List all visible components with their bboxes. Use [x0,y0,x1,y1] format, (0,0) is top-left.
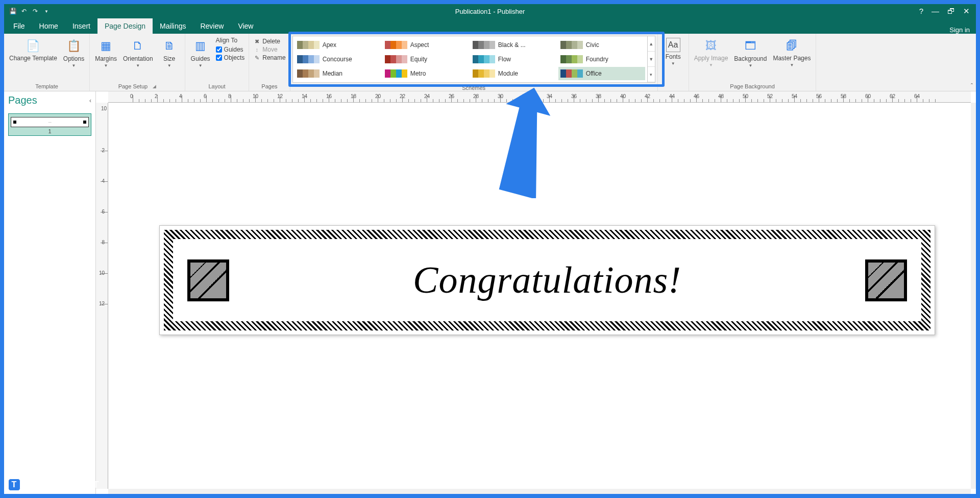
guides-checkbox[interactable] [216,46,222,53]
scheme-item-concourse[interactable]: Concourse [295,53,382,66]
scheme-item-aspect[interactable]: Aspect [383,38,470,52]
scheme-item-metro[interactable]: Metro [383,67,470,80]
scheme-item-black[interactable]: Black & ... [471,38,557,52]
scrollbar-horizontal[interactable] [108,489,971,494]
gallery-scroll-down[interactable]: ▼ [648,52,655,67]
guides-button[interactable]: ▥ Guides ▼ [187,36,214,70]
page-setup-dialog-launcher[interactable]: ◢ [153,84,156,89]
size-button[interactable]: 🗎 Size ▼ [156,36,183,70]
guides-icon: ▥ [192,38,209,54]
chevron-down-icon: ▼ [136,63,140,68]
change-template-label: Change Template [9,55,57,62]
scheme-item-office[interactable]: Office [558,67,645,80]
ornament-right [865,259,907,301]
horizontal-ruler[interactable]: 0246810121416182022242628303234363840424… [108,91,971,103]
tab-review[interactable]: Review [193,18,231,34]
size-label: Size [163,55,175,62]
scheme-label: Black & ... [498,41,526,49]
orientation-button[interactable]: 🗋 Orientation ▼ [120,36,156,70]
group-label-schemes: Schemes [290,85,657,91]
apply-image-button[interactable]: 🖼 Apply Image ▼ [691,36,731,69]
scheme-item-foundry[interactable]: Foundry [558,53,645,66]
group-page-setup: ▦ Margins ▼ 🗋 Orientation ▼ 🗎 Size ▼ Pag… [90,34,185,91]
scheme-label: Foundry [586,56,608,63]
background-button[interactable]: 🗔 Background ▼ [731,36,770,70]
move-page-button[interactable]: ↕Move [253,46,285,53]
publication-page[interactable]: Congratulations! [159,225,935,335]
scheme-item-module[interactable]: Module [471,67,557,80]
tab-file[interactable]: File [6,18,32,34]
help-icon[interactable]: ? [919,7,923,16]
sign-in-link[interactable]: Sign in [949,26,976,34]
scheme-item-equity[interactable]: Equity [383,53,470,66]
chevron-down-icon: ▼ [748,63,752,68]
scheme-item-apex[interactable]: Apex [295,38,382,52]
options-button[interactable]: 📋 Options ▼ [60,36,87,70]
close-button[interactable]: ✕ [963,7,970,16]
canvas-area: 0246810121416182022242628303234363840424… [96,91,976,494]
undo-icon[interactable]: ↶ [19,7,29,16]
align-to-label: Align To [216,37,245,44]
page-thumb-number: 1 [11,128,89,134]
change-template-button[interactable]: 📄 Change Template [6,36,60,64]
scheme-label: Equity [410,56,427,63]
fonts-button[interactable]: Aa Fonts ▼ [660,36,687,68]
chevron-down-icon: ▼ [167,63,172,68]
pages-panel-title: Pages [8,94,37,106]
group-label-layout: Layout [185,82,249,91]
banner-text: Congratulations! [413,258,681,302]
minimize-button[interactable]: — [932,7,939,16]
ribbon: 📄 Change Template 📋 Options ▼ Template ▦… [4,34,976,91]
objects-checkbox-label: Objects [224,54,245,61]
watermark: T TEMPLATE.NET [8,479,100,491]
qat-customize-icon[interactable]: ▼ [42,7,51,16]
scrollbar-vertical[interactable] [971,103,976,489]
restore-button[interactable]: 🗗 [947,7,955,16]
page-thumbnail[interactable]: ~~~ 1 [8,113,91,136]
banner-border: Congratulations! [164,230,930,330]
group-schemes: ApexAspectBlack & ...CivicConcourseEquit… [290,34,658,91]
orientation-label: Orientation [123,55,153,62]
delete-page-button[interactable]: ✖Delete [253,38,285,45]
app-window: 💾 ↶ ↷ ▼ Publication1 - Publisher ? — 🗗 ✕… [4,4,976,494]
margins-icon: ▦ [98,38,114,54]
scheme-label: Civic [586,41,599,49]
tab-insert[interactable]: Insert [65,18,97,34]
group-layout: ▥ Guides ▼ Align To Guides Objects Layou… [185,34,250,91]
watermark-net: .NET [77,480,100,490]
scheme-item-flow[interactable]: Flow [471,53,557,66]
pages-panel-collapse-icon[interactable]: ‹ [89,97,91,104]
ribbon-collapse-button[interactable]: ˆ [971,83,973,90]
chevron-down-icon: ▼ [104,63,108,68]
master-pages-icon: 🗐 [783,38,800,54]
save-icon[interactable]: 💾 [8,7,17,16]
group-label-pages: Pages [249,82,289,91]
gallery-more-button[interactable]: ▾ [648,67,655,82]
gallery-scroll-up[interactable]: ▲ [648,36,655,52]
background-label: Background [734,55,767,62]
schemes-gallery[interactable]: ApexAspectBlack & ...CivicConcourseEquit… [292,36,648,83]
margins-label: Margins [95,55,117,62]
margins-button[interactable]: ▦ Margins ▼ [92,36,120,70]
chevron-down-icon: ▼ [709,63,713,67]
scheme-label: Aspect [410,41,429,49]
tab-mailings[interactable]: Mailings [153,18,193,34]
content-area: Pages ‹ ~~~ 1 02468101214161820222426283… [4,91,976,494]
scheme-item-median[interactable]: Median [295,67,382,80]
rename-page-button[interactable]: ✎Rename [253,54,285,61]
vertical-ruler[interactable]: 2468101210 [96,103,108,489]
ribbon-tab-bar: File Home Insert Page Design Mailings Re… [4,18,976,34]
tab-view[interactable]: View [231,18,260,34]
objects-checkbox[interactable] [216,55,222,61]
master-pages-button[interactable]: 🗐 Master Pages ▼ [770,36,814,69]
orientation-icon: 🗋 [130,38,146,54]
workspace[interactable]: Congratulations! [108,103,971,489]
background-icon: 🗔 [742,38,758,54]
chevron-down-icon: ▼ [72,63,76,68]
redo-icon[interactable]: ↷ [31,7,40,16]
group-label-page-background: Page Background [689,82,816,91]
scheme-item-civic[interactable]: Civic [558,38,645,52]
rename-icon: ✎ [253,54,260,61]
tab-home[interactable]: Home [32,18,65,34]
tab-page-design[interactable]: Page Design [97,18,153,34]
